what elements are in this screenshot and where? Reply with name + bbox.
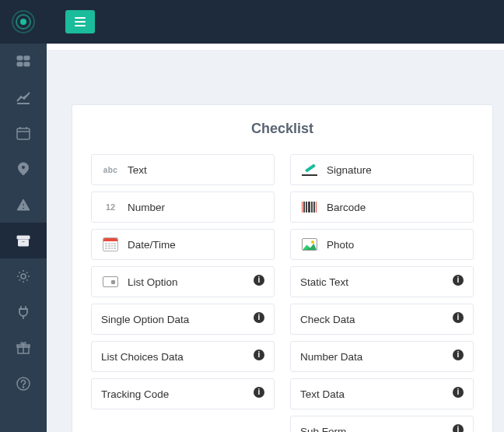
- gear-icon: [16, 269, 30, 283]
- info-icon[interactable]: i: [453, 312, 464, 323]
- menu-toggle-button[interactable]: [65, 10, 95, 33]
- svg-point-2: [20, 19, 26, 25]
- warning-icon: [16, 198, 30, 212]
- field-label: Single Option Data: [101, 314, 264, 325]
- field-label: Sub Form: [300, 426, 464, 433]
- field-label: Barcode: [327, 202, 464, 213]
- calendar-icon: [101, 235, 120, 254]
- field-option-check-data[interactable]: Check Data i: [290, 304, 474, 335]
- info-icon[interactable]: i: [254, 275, 264, 286]
- main-content: Checklist abc Text 12 Number Date/Time: [47, 44, 504, 432]
- field-label: Number: [128, 202, 264, 213]
- calendar-icon: [16, 126, 30, 140]
- panel-title: Checklist: [91, 121, 474, 137]
- signature-icon: [300, 160, 319, 179]
- sidebar-item-settings[interactable]: [0, 258, 47, 294]
- field-option-datetime[interactable]: Date/Time: [91, 229, 275, 260]
- field-option-photo[interactable]: Photo: [290, 229, 474, 260]
- sidebar-item-integrations[interactable]: [0, 294, 47, 330]
- field-option-text[interactable]: abc Text: [91, 154, 275, 185]
- svg-point-11: [22, 166, 26, 170]
- sidebar-item-analytics[interactable]: [0, 79, 47, 115]
- sidebar-item-dashboard[interactable]: [0, 44, 47, 79]
- number-icon: 12: [101, 198, 120, 216]
- field-label: Text Data: [300, 388, 464, 400]
- field-label: List Choices Data: [101, 351, 264, 363]
- grid-icon: [16, 54, 30, 68]
- field-option-number-data[interactable]: Number Data i: [290, 341, 474, 372]
- chart-line-icon: [16, 90, 30, 104]
- svg-rect-6: [24, 62, 30, 66]
- sidebar: [0, 44, 47, 432]
- svg-rect-7: [17, 128, 30, 139]
- svg-rect-12: [23, 203, 24, 206]
- field-label: Text: [128, 164, 264, 176]
- checklist-panel: Checklist abc Text 12 Number Date/Time: [72, 104, 493, 432]
- field-label: Photo: [327, 239, 464, 251]
- sidebar-item-rewards[interactable]: [0, 330, 47, 366]
- field-option-text-data[interactable]: Text Data i: [290, 378, 474, 409]
- field-label: Date/Time: [128, 239, 264, 251]
- svg-rect-14: [17, 236, 30, 239]
- checklist-column-right: Signature Barcode Photo Static Text i Ch…: [290, 154, 474, 432]
- info-icon[interactable]: i: [453, 349, 464, 360]
- field-option-list-choices-data[interactable]: List Choices Data i: [91, 341, 275, 372]
- field-label: Check Data: [300, 314, 464, 325]
- info-icon[interactable]: i: [254, 312, 264, 323]
- info-icon[interactable]: i: [254, 349, 264, 360]
- field-option-tracking-code[interactable]: Tracking Code i: [91, 378, 275, 409]
- top-bar: [0, 0, 504, 44]
- sidebar-item-archive[interactable]: [0, 223, 47, 258]
- info-icon[interactable]: i: [453, 387, 464, 398]
- pin-icon: [16, 162, 30, 176]
- gift-icon: [16, 341, 30, 355]
- svg-rect-5: [17, 62, 23, 66]
- svg-rect-13: [23, 208, 24, 209]
- hamburger-icon: [75, 17, 86, 26]
- field-label: Tracking Code: [101, 388, 264, 400]
- field-label: Static Text: [300, 276, 464, 288]
- sidebar-item-alerts[interactable]: [0, 187, 47, 223]
- help-icon: [16, 377, 30, 391]
- sidebar-item-help[interactable]: [0, 366, 47, 402]
- plug-icon: [16, 305, 30, 319]
- field-label: List Option: [128, 276, 264, 288]
- svg-rect-4: [24, 56, 30, 60]
- svg-rect-16: [22, 241, 25, 243]
- info-icon[interactable]: i: [453, 275, 464, 286]
- info-icon[interactable]: i: [254, 387, 264, 398]
- text-icon: abc: [101, 160, 120, 179]
- sidebar-item-location[interactable]: [0, 151, 47, 187]
- app-logo: [11, 9, 36, 34]
- sidebar-item-calendar[interactable]: [0, 115, 47, 151]
- checklist-column-left: abc Text 12 Number Date/Time List Option…: [91, 154, 275, 432]
- field-option-list-option[interactable]: List Option i: [91, 266, 275, 297]
- field-option-signature[interactable]: Signature: [290, 154, 474, 185]
- content-top-strip: [47, 44, 504, 50]
- archive-icon: [16, 234, 30, 248]
- field-option-sub-form[interactable]: Sub Form i: [290, 416, 474, 432]
- barcode-icon: [300, 198, 319, 216]
- field-option-static-text[interactable]: Static Text i: [290, 266, 474, 297]
- field-option-barcode[interactable]: Barcode: [290, 191, 474, 223]
- svg-rect-3: [17, 56, 23, 60]
- info-icon[interactable]: i: [453, 424, 464, 432]
- field-label: Number Data: [300, 351, 464, 363]
- field-option-single-option-data[interactable]: Single Option Data i: [91, 304, 275, 335]
- field-label: Signature: [327, 164, 464, 176]
- svg-point-22: [23, 387, 24, 388]
- photo-icon: [300, 235, 319, 254]
- list-icon: [101, 272, 120, 291]
- field-option-number[interactable]: 12 Number: [91, 191, 275, 223]
- svg-point-17: [21, 274, 26, 279]
